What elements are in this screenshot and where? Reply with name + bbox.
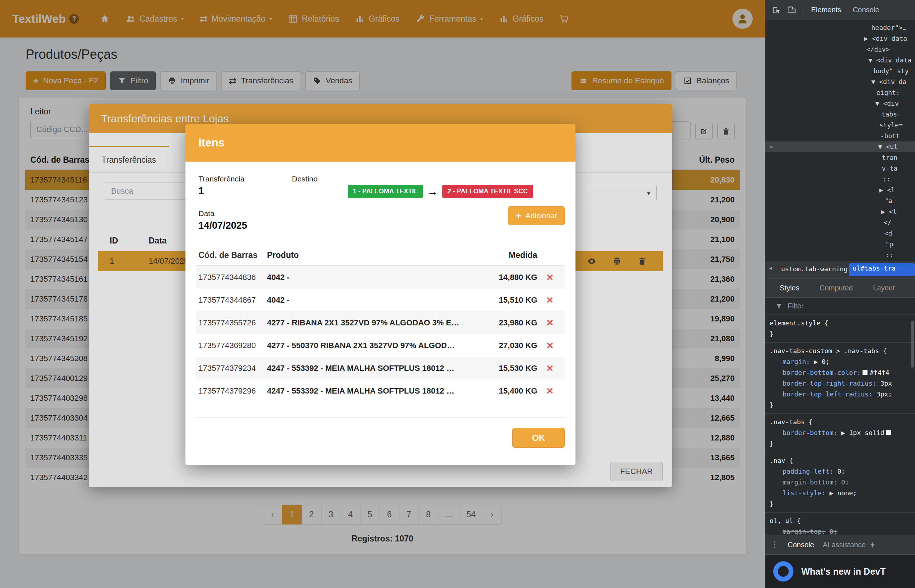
itens-modal: Itens Transferência 1 Destino 1 - PALLOM… bbox=[186, 124, 576, 465]
device-toolbar-icon[interactable] bbox=[787, 5, 796, 15]
item-row[interactable]: 17357743448364042 -14,880 KG× bbox=[196, 266, 565, 289]
barcode-cell: 1735774344836 bbox=[199, 273, 267, 282]
css-declaration[interactable]: border-bottom: ▶ 1px solid bbox=[765, 428, 915, 438]
css-selector[interactable]: .nav-tabs-custom > .nav-tabs { bbox=[765, 346, 915, 356]
produto-cell: 4042 - bbox=[267, 273, 474, 282]
scrollbar-thumb[interactable] bbox=[911, 321, 914, 368]
dom-node[interactable]: style= bbox=[765, 120, 915, 131]
dom-node[interactable]: v-ta bbox=[765, 163, 915, 174]
css-property: margin-top: bbox=[782, 528, 826, 535]
css-declaration[interactable]: border-top-right-radius: 3px bbox=[765, 378, 915, 389]
drawer-tab-ai-assistance[interactable]: AI assistance bbox=[823, 541, 876, 549]
tab-layout[interactable]: Layout bbox=[873, 284, 895, 292]
css-declaration[interactable]: list-style: ▶ none; bbox=[765, 488, 915, 499]
col-header-produto[interactable]: Produto bbox=[267, 250, 474, 260]
css-selector[interactable]: element.style { bbox=[765, 318, 915, 329]
css-value: 0; bbox=[841, 478, 849, 486]
css-rule: element.style { } bbox=[765, 315, 915, 343]
tab-computed[interactable]: Computed bbox=[820, 284, 853, 292]
itens-table-header: Cód. de Barras Produto Medida bbox=[196, 245, 565, 266]
col-header-medida[interactable]: Medida bbox=[474, 250, 537, 260]
dom-node[interactable]: "a bbox=[765, 195, 915, 206]
css-property: list-style: bbox=[782, 489, 826, 497]
dom-node[interactable]: eight: bbox=[765, 87, 915, 98]
remove-item-icon[interactable]: × bbox=[546, 316, 553, 329]
tab-styles[interactable]: Styles bbox=[780, 284, 799, 292]
breadcrumb-selected[interactable]: ul#tabs-tra bbox=[849, 263, 915, 276]
filter-icon bbox=[775, 303, 782, 310]
drawer-tab-console[interactable]: Console bbox=[787, 541, 814, 549]
tab-console[interactable]: Console bbox=[847, 6, 885, 14]
css-property: border-bottom-color: bbox=[782, 369, 861, 376]
dom-node[interactable]: body" sty bbox=[765, 66, 915, 76]
medida-cell: 15,400 KG bbox=[474, 386, 537, 396]
css-selector[interactable]: ol, ul { bbox=[765, 515, 915, 526]
css-value: 0; bbox=[837, 467, 845, 475]
css-selector[interactable]: .nav { bbox=[765, 455, 915, 466]
remove-item-icon[interactable]: × bbox=[546, 293, 553, 306]
dom-node[interactable]: -bott bbox=[765, 131, 915, 141]
css-property: margin: bbox=[782, 358, 810, 365]
dom-node-selected[interactable]: ⋯▼ <ul bbox=[765, 141, 915, 152]
styles-filter-input[interactable] bbox=[787, 302, 860, 310]
barcode-cell: 1735774355726 bbox=[199, 318, 267, 328]
dom-node[interactable]: </div> bbox=[765, 44, 915, 55]
dom-node[interactable]: ▶ <l bbox=[765, 206, 915, 217]
tab-elements[interactable]: Elements bbox=[805, 6, 847, 14]
dom-node[interactable]: :: bbox=[765, 250, 915, 260]
css-property: border-bottom: bbox=[782, 429, 837, 436]
color-swatch[interactable] bbox=[886, 430, 891, 435]
dom-node[interactable]: ▼ <div bbox=[765, 98, 915, 109]
kebab-menu-icon[interactable]: ⋮ bbox=[770, 540, 779, 550]
dom-node[interactable]: ▼ <div data bbox=[765, 55, 915, 66]
itens-modal-title: Itens bbox=[199, 136, 225, 149]
item-row[interactable]: 17357743792964247 - 553392 - MEIA MALHA … bbox=[196, 380, 565, 402]
dom-node[interactable]: :: bbox=[765, 174, 915, 185]
dom-node[interactable]: </ bbox=[765, 217, 915, 228]
data-label: Data bbox=[199, 209, 214, 218]
medida-cell: 27,030 KG bbox=[474, 341, 537, 350]
item-row[interactable]: 17357743557264277 - RIBANA 2X1 3527VD 97… bbox=[196, 311, 565, 334]
dom-tree[interactable]: header">… ▶ <div data </div> ▼ <div data… bbox=[765, 20, 915, 261]
item-row[interactable]: 17357743692804277 - 550370 RIBANA 2X1 35… bbox=[196, 334, 565, 357]
css-declaration[interactable]: border-top-left-radius: 3px; bbox=[765, 389, 915, 400]
dom-node[interactable]: header">… bbox=[765, 23, 915, 33]
col-header-barcode[interactable]: Cód. de Barras bbox=[199, 250, 267, 260]
dom-node[interactable]: <d bbox=[765, 228, 915, 239]
dom-node[interactable]: tran bbox=[765, 152, 915, 163]
css-property: border-top-left-radius: bbox=[782, 390, 873, 398]
css-rule: .nav-tabs { border-bottom: ▶ 1px solid } bbox=[765, 414, 915, 452]
dom-node[interactable]: "p bbox=[765, 239, 915, 250]
button-label: Adicionar bbox=[525, 212, 557, 220]
ok-button[interactable]: OK bbox=[512, 428, 565, 447]
toolbar-divider bbox=[802, 5, 802, 16]
css-declaration-overridden[interactable]: margin-top: 0; bbox=[765, 526, 915, 535]
inspect-icon[interactable] bbox=[772, 5, 781, 15]
dom-node[interactable]: ▶ <div data bbox=[765, 33, 915, 44]
remove-item-icon[interactable]: × bbox=[546, 271, 553, 284]
dom-node[interactable]: -tabs- bbox=[765, 109, 915, 120]
css-declaration[interactable]: margin: ▶ 0; bbox=[765, 356, 915, 367]
devtools-logo-icon bbox=[773, 561, 794, 582]
more-actions-icon[interactable]: ⋯ bbox=[770, 141, 774, 152]
breadcrumb-item[interactable]: ustom.tab-warning bbox=[781, 265, 847, 273]
adicionar-button[interactable]: + Adicionar bbox=[508, 206, 565, 225]
css-selector[interactable]: .nav-tabs { bbox=[765, 417, 915, 428]
remove-item-icon[interactable]: × bbox=[546, 384, 553, 397]
css-value: #f4f4 bbox=[870, 369, 889, 376]
dom-node[interactable]: ▼ <div da bbox=[765, 76, 915, 87]
css-declaration[interactable]: border-bottom-color:#f4f4 bbox=[765, 367, 915, 378]
css-rules[interactable]: element.style { } .nav-tabs-custom > .na… bbox=[765, 315, 915, 535]
whats-new-banner[interactable]: What's new in DevT bbox=[765, 554, 915, 588]
devtools-toolbar: Elements Console bbox=[765, 0, 915, 20]
item-row[interactable]: 17357743448674042 -15,510 KG× bbox=[196, 289, 565, 311]
dom-node[interactable]: ▶ <l bbox=[765, 185, 915, 195]
remove-item-icon[interactable]: × bbox=[546, 362, 553, 375]
breadcrumb-back-icon[interactable]: ◀ bbox=[769, 265, 772, 271]
color-swatch[interactable] bbox=[862, 370, 868, 375]
remove-item-icon[interactable]: × bbox=[546, 339, 553, 352]
barcode-cell: 1735774379234 bbox=[199, 363, 267, 373]
css-declaration-overridden[interactable]: margin-bottom: 0; bbox=[765, 477, 915, 488]
css-declaration[interactable]: padding-left: 0; bbox=[765, 466, 915, 477]
item-row[interactable]: 17357743792344247 - 553392 - MEIA MALHA … bbox=[196, 357, 565, 380]
